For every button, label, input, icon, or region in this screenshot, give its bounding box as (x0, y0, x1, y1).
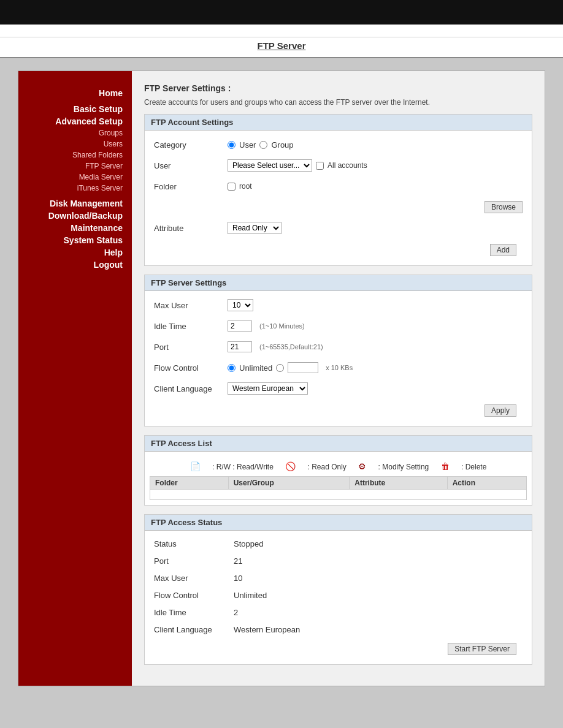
folder-root-label: root (239, 182, 252, 191)
header-area (0, 25, 563, 37)
ftp-server-header: FTP Server Settings (145, 275, 532, 291)
attribute-select[interactable]: Read Only Read/Write (228, 222, 282, 234)
sidebar-item-media-server[interactable]: Media Server (18, 172, 132, 183)
category-user-radio[interactable] (228, 141, 236, 149)
legend-delete-icon: 🗑 (441, 461, 450, 471)
sidebar-item-disk-management[interactable]: Disk Management (18, 197, 132, 210)
category-group-radio[interactable] (259, 141, 267, 149)
folder-control: root (228, 182, 252, 191)
client-language-select[interactable]: Western European UTF-8 Chinese Simplifie… (228, 382, 308, 395)
ftp-server-section: FTP Server Settings Max User 5 10 15 20 … (144, 275, 532, 427)
category-user-label: User (239, 140, 256, 150)
ftp-server-body: Max User 5 10 15 20 25 Idle Time (145, 291, 532, 426)
add-button[interactable]: Add (490, 244, 516, 256)
sidebar-item-users[interactable]: Users (18, 138, 132, 150)
ftp-access-status-body: Status Stopped Port 21 Max User 10 Flow … (145, 531, 532, 664)
idle-time-input[interactable] (228, 320, 252, 332)
apply-row: Apply (154, 401, 523, 420)
ftp-access-status-section: FTP Access Status Status Stopped Port 21… (144, 514, 532, 665)
max-user-row: Max User 5 10 15 20 25 (154, 297, 523, 313)
sidebar-item-logout[interactable]: Logout (18, 259, 132, 271)
status-max-user-row: Max User 10 (154, 571, 523, 585)
legend-ro-icon: 🚫 (285, 461, 296, 471)
ftp-account-body: Category User Group User Please Select u… (145, 131, 532, 265)
folder-row: Folder root (154, 178, 523, 194)
flow-unlimited-radio[interactable] (228, 364, 236, 372)
user-control: Please Select user... All accounts (228, 159, 367, 172)
sidebar-item-help[interactable]: Help (18, 246, 132, 259)
flow-custom-radio[interactable] (276, 364, 284, 372)
status-idle-row: Idle Time 2 (154, 605, 523, 619)
sidebar-item-itunes-server[interactable]: iTunes Server (18, 183, 132, 194)
all-accounts-label: All accounts (327, 161, 367, 170)
status-flow-value: Unlimited (234, 591, 267, 600)
status-max-user-label: Max User (154, 574, 234, 583)
page-title: FTP Server Settings : (144, 83, 532, 93)
status-status-label: Status (154, 539, 234, 548)
apply-button[interactable]: Apply (484, 404, 516, 417)
sidebar-item-download-backup[interactable]: Download/Backup (18, 210, 132, 222)
port-row: Port (1~65535,Default:21) (154, 339, 523, 355)
client-language-label: Client Language (154, 384, 228, 393)
user-row: User Please Select user... All accounts (154, 157, 523, 173)
ftp-account-header: FTP Account Settings (145, 115, 532, 131)
sub-header-title: FTP Server (258, 40, 306, 51)
port-label: Port (154, 343, 228, 352)
status-status-value: Stopped (234, 539, 263, 548)
sidebar-item-groups[interactable]: Groups (18, 127, 132, 138)
sidebar-item-basic-setup[interactable]: Basic Setup (18, 103, 132, 115)
max-user-select[interactable]: 5 10 15 20 25 (228, 299, 253, 311)
ftp-access-list-section: FTP Access List 📄 : R/W : Read/Write 🚫 :… (144, 435, 532, 506)
flow-control-row: Flow Control Unlimited x 10 KBs (154, 360, 523, 376)
sidebar-item-maintenance[interactable]: Maintenance (18, 222, 132, 234)
top-bar (0, 0, 563, 25)
max-user-control: 5 10 15 20 25 (228, 299, 253, 311)
port-input[interactable] (228, 341, 252, 352)
status-lang-row: Client Language Western European (154, 623, 523, 636)
legend-ro-text: : Read Only (308, 463, 347, 471)
ftp-account-section: FTP Account Settings Category User Group… (144, 114, 532, 266)
start-ftp-button[interactable]: Start FTP Server (448, 643, 516, 655)
attribute-label: Attribute (154, 224, 228, 233)
content-area: FTP Server Settings : Create accounts fo… (132, 71, 545, 686)
status-idle-value: 2 (234, 608, 238, 617)
status-max-user-value: 10 (234, 574, 242, 583)
status-idle-label: Idle Time (154, 608, 234, 617)
legend-rw-icon: 📄 (190, 461, 201, 471)
legend-rw-text: : R/W : Read/Write (212, 463, 274, 471)
status-flow-label: Flow Control (154, 591, 234, 600)
flow-control-label: Flow Control (154, 363, 228, 373)
sidebar-item-system-status[interactable]: System Status (18, 234, 132, 246)
folder-root-checkbox[interactable] (228, 183, 236, 191)
status-lang-label: Client Language (154, 625, 234, 634)
sidebar-item-shared-folders[interactable]: Shared Folders (18, 150, 132, 161)
flow-control-control: Unlimited x 10 KBs (228, 362, 353, 373)
status-status-row: Status Stopped (154, 537, 523, 550)
category-group-label: Group (271, 140, 293, 150)
ftp-access-status-header: FTP Access Status (145, 515, 532, 531)
sidebar-item-home[interactable]: Home (18, 87, 132, 99)
status-lang-value: Western European (234, 625, 300, 634)
col-attribute: Attribute (350, 477, 447, 490)
category-control: User Group (228, 140, 294, 150)
start-ftp-row: Start FTP Server (154, 640, 523, 658)
status-port-row: Port 21 (154, 554, 523, 567)
sidebar-item-advanced-setup[interactable]: Advanced Setup (18, 115, 132, 127)
browse-button[interactable]: Browse (484, 201, 523, 213)
add-row: Add (154, 241, 523, 259)
sidebar-item-ftp-server[interactable]: FTP Server (18, 161, 132, 172)
status-flow-row: Flow Control Unlimited (154, 588, 523, 602)
sidebar: Home Basic Setup Advanced Setup Groups U… (18, 71, 132, 686)
access-list-table: Folder User/Group Attribute Action (150, 476, 527, 500)
attribute-row: Attribute Read Only Read/Write (154, 220, 523, 236)
flow-value-input[interactable] (288, 362, 318, 373)
all-accounts-checkbox[interactable] (316, 162, 324, 170)
access-list-legend: 📄 : R/W : Read/Write 🚫 : Read Only ⚙ : M… (150, 457, 527, 476)
legend-delete-text: : Delete (461, 463, 486, 471)
max-user-label: Max User (154, 301, 228, 310)
idle-time-hint: (1~10 Minutes) (259, 322, 305, 330)
flow-unlimited-label: Unlimited (239, 363, 272, 373)
port-hint: (1~65535,Default:21) (259, 343, 323, 351)
browse-row: Browse (154, 199, 523, 215)
user-select[interactable]: Please Select user... (228, 159, 312, 172)
